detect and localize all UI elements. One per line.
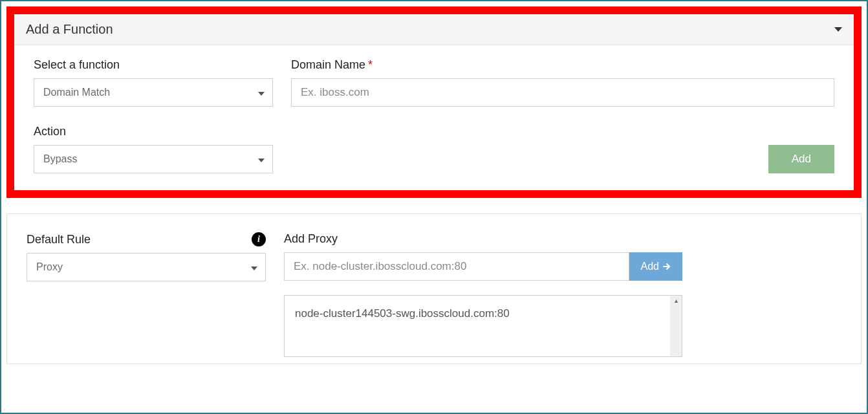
- add-proxy-field: Add Proxy Add node-cluster144503-swg.ibo…: [284, 232, 841, 357]
- add-function-body: Select a function Domain Match Domain Na…: [14, 45, 854, 190]
- proxy-list-item[interactable]: node-cluster144503-swg.ibosscloud.com:80: [295, 307, 510, 320]
- default-rule-value: Proxy: [36, 261, 63, 273]
- collapse-icon[interactable]: [834, 27, 842, 32]
- domain-name-label: Domain Name*: [291, 58, 834, 72]
- add-proxy-button[interactable]: Add: [629, 252, 682, 281]
- add-function-panel: Add a Function Select a function Domain …: [6, 6, 862, 198]
- default-rule-panel: Default Rule i Proxy Add Proxy Add: [6, 213, 862, 364]
- add-function-title: Add a Function: [26, 22, 113, 37]
- select-function-label: Select a function: [34, 58, 273, 72]
- chevron-down-icon: [258, 87, 265, 98]
- action-dropdown[interactable]: Bypass: [34, 145, 273, 173]
- select-function-value: Domain Match: [43, 87, 110, 98]
- info-icon[interactable]: i: [252, 232, 266, 246]
- page-frame: Add a Function Select a function Domain …: [0, 0, 868, 414]
- action-field: Action Bypass: [34, 125, 273, 173]
- domain-name-field: Domain Name*: [291, 58, 834, 107]
- action-value: Bypass: [43, 153, 77, 165]
- scrollbar[interactable]: ▴: [670, 296, 682, 356]
- select-function-field: Select a function Domain Match: [34, 58, 273, 107]
- select-function-dropdown[interactable]: Domain Match: [34, 78, 273, 107]
- add-proxy-input[interactable]: [284, 252, 629, 281]
- required-asterisk: *: [368, 58, 373, 71]
- scroll-up-icon[interactable]: ▴: [670, 297, 682, 304]
- add-function-header[interactable]: Add a Function: [14, 14, 854, 45]
- add-function-button[interactable]: Add: [768, 145, 834, 173]
- proxy-list[interactable]: node-cluster144503-swg.ibosscloud.com:80…: [284, 295, 682, 357]
- chevron-down-icon: [258, 154, 265, 164]
- action-label: Action: [34, 125, 273, 138]
- domain-name-input[interactable]: [291, 78, 834, 107]
- default-rule-label: Default Rule: [27, 233, 91, 246]
- arrow-right-icon: [663, 263, 671, 270]
- default-rule-field: Default Rule i Proxy: [27, 232, 266, 357]
- chevron-down-icon: [251, 262, 257, 272]
- add-proxy-label: Add Proxy: [284, 232, 841, 246]
- default-rule-dropdown[interactable]: Proxy: [27, 253, 266, 281]
